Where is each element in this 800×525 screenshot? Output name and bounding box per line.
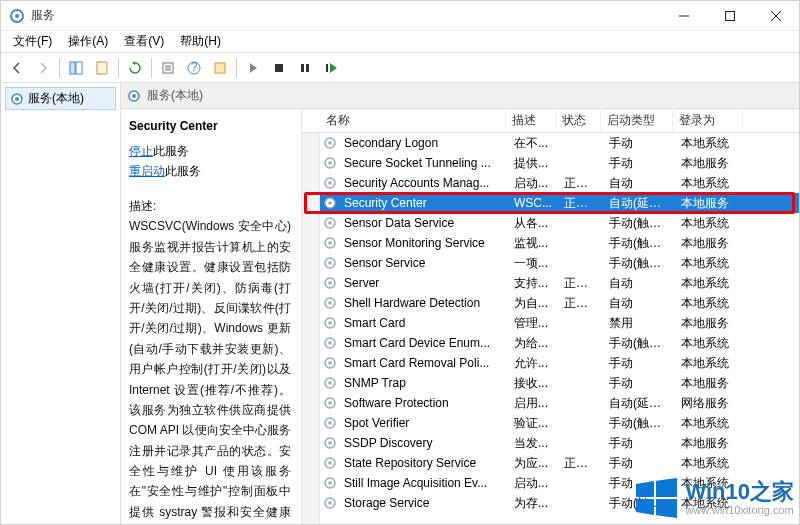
export-list-button[interactable] bbox=[90, 56, 114, 80]
svg-rect-19 bbox=[326, 64, 328, 72]
col-name[interactable]: 名称 bbox=[320, 108, 506, 133]
cell-status: 正在... bbox=[558, 275, 603, 292]
table-row[interactable]: SSDP Discovery当发...手动本地服务 bbox=[302, 433, 799, 453]
cell-name: Sensor Service bbox=[338, 256, 508, 270]
properties-button[interactable] bbox=[156, 56, 180, 80]
cell-startup: 禁用 bbox=[603, 315, 675, 332]
cell-startup: 自动 bbox=[603, 295, 675, 312]
selected-service-name: Security Center bbox=[129, 119, 291, 133]
cell-startup: 手动 bbox=[603, 435, 675, 452]
cell-desc: 监视... bbox=[508, 235, 558, 252]
cell-name: Secondary Logon bbox=[338, 136, 508, 150]
svg-rect-17 bbox=[301, 64, 304, 72]
watermark-brand: Win10之家 bbox=[685, 480, 794, 504]
svg-point-27 bbox=[328, 161, 332, 165]
table-row[interactable]: Shell Hardware Detection为自...正在...自动本地系统 bbox=[302, 293, 799, 313]
svg-point-61 bbox=[328, 501, 332, 505]
cell-startup: 手动 bbox=[603, 455, 675, 472]
gear-icon bbox=[322, 416, 338, 430]
cell-name: Security Center bbox=[338, 196, 508, 210]
stop-service-button[interactable] bbox=[267, 56, 291, 80]
menu-help[interactable]: 帮助(H) bbox=[172, 31, 229, 52]
cell-name: Shell Hardware Detection bbox=[338, 296, 508, 310]
svg-point-57 bbox=[328, 461, 332, 465]
menubar: 文件(F) 操作(A) 查看(V) 帮助(H) bbox=[1, 31, 799, 53]
cell-logon: 本地系统 bbox=[675, 355, 745, 372]
table-row[interactable]: Smart Card Device Enum...为给...手动(触发...本地… bbox=[302, 333, 799, 353]
table-row[interactable]: Security CenterWSC...正在...自动(延迟...本地服务 bbox=[302, 193, 799, 213]
maximize-button[interactable] bbox=[707, 1, 753, 31]
col-status[interactable]: 状态 bbox=[556, 108, 601, 133]
svg-point-59 bbox=[328, 481, 332, 485]
col-logon[interactable]: 登录为 bbox=[673, 108, 743, 133]
scroll-gutter[interactable] bbox=[302, 133, 320, 524]
svg-rect-6 bbox=[70, 62, 75, 74]
cell-name: Security Accounts Manag... bbox=[338, 176, 508, 190]
cell-logon: 本地服务 bbox=[675, 155, 745, 172]
cell-logon: 本地系统 bbox=[675, 135, 745, 152]
cell-desc: 允许... bbox=[508, 355, 558, 372]
gear-icon bbox=[322, 236, 338, 250]
cell-logon: 本地系统 bbox=[675, 295, 745, 312]
window-title: 服务 bbox=[31, 7, 661, 24]
restart-service-button[interactable] bbox=[319, 56, 343, 80]
table-row[interactable]: Secure Socket Tunneling ...提供...手动本地服务 bbox=[302, 153, 799, 173]
cell-logon: 本地系统 bbox=[675, 455, 745, 472]
cell-name: Server bbox=[338, 276, 508, 290]
cell-desc: 启动... bbox=[508, 175, 558, 192]
action-button[interactable] bbox=[208, 56, 232, 80]
cell-desc: 为给... bbox=[508, 335, 558, 352]
content-title: 服务(本地) bbox=[147, 87, 203, 104]
close-button[interactable] bbox=[753, 1, 799, 31]
cell-name: Still Image Acquisition Ev... bbox=[338, 476, 508, 490]
cell-logon: 本地系统 bbox=[675, 215, 745, 232]
back-button[interactable] bbox=[5, 56, 29, 80]
cell-logon: 本地系统 bbox=[675, 255, 745, 272]
table-row[interactable]: Security Accounts Manag...启动...正在...自动本地… bbox=[302, 173, 799, 193]
show-hide-tree-button[interactable] bbox=[64, 56, 88, 80]
col-startup[interactable]: 启动类型 bbox=[601, 108, 673, 133]
gear-icon bbox=[322, 136, 338, 150]
svg-text:?: ? bbox=[191, 61, 198, 74]
cell-name: Sensor Monitoring Service bbox=[338, 236, 508, 250]
table-row[interactable]: Secondary Logon在不...手动本地系统 bbox=[302, 133, 799, 153]
table-row[interactable]: Sensor Service一项...手动(触发...本地系统 bbox=[302, 253, 799, 273]
col-desc[interactable]: 描述 bbox=[506, 108, 556, 133]
stop-suffix: 此服务 bbox=[153, 144, 189, 158]
service-list: 名称 描述 状态 启动类型 登录为 Secondary Logon在不...手动… bbox=[301, 109, 799, 524]
table-row[interactable]: Server支持...正在...自动本地系统 bbox=[302, 273, 799, 293]
cell-startup: 自动 bbox=[603, 175, 675, 192]
minimize-button[interactable] bbox=[661, 1, 707, 31]
table-row[interactable]: Smart Card Removal Poli...允许...手动本地系统 bbox=[302, 353, 799, 373]
content-header: 服务(本地) bbox=[121, 83, 799, 109]
cell-name: Spot Verifier bbox=[338, 416, 508, 430]
table-row[interactable]: Sensor Monitoring Service监视...手动(触发...本地… bbox=[302, 233, 799, 253]
svg-rect-3 bbox=[726, 11, 735, 20]
menu-action[interactable]: 操作(A) bbox=[60, 31, 116, 52]
nav-services-local[interactable]: 服务(本地) bbox=[5, 87, 116, 110]
cell-desc: 启用... bbox=[508, 395, 558, 412]
refresh-button[interactable] bbox=[123, 56, 147, 80]
svg-point-43 bbox=[328, 321, 332, 325]
stop-service-link[interactable]: 停止 bbox=[129, 144, 153, 158]
table-row[interactable]: State Repository Service为应...正在...手动本地系统 bbox=[302, 453, 799, 473]
cell-status: 正在... bbox=[558, 175, 603, 192]
restart-suffix: 此服务 bbox=[165, 164, 201, 178]
forward-button[interactable] bbox=[31, 56, 55, 80]
pause-service-button[interactable] bbox=[293, 56, 317, 80]
gear-icon bbox=[322, 156, 338, 170]
restart-service-link[interactable]: 重启动 bbox=[129, 164, 165, 178]
menu-view[interactable]: 查看(V) bbox=[116, 31, 172, 52]
cell-desc: 为自... bbox=[508, 295, 558, 312]
start-service-button[interactable] bbox=[241, 56, 265, 80]
table-row[interactable]: Spot Verifier验证...手动(触发...本地系统 bbox=[302, 413, 799, 433]
menu-file[interactable]: 文件(F) bbox=[5, 31, 60, 52]
cell-desc: 为应... bbox=[508, 455, 558, 472]
help-button[interactable]: ? bbox=[182, 56, 206, 80]
table-row[interactable]: SNMP Trap接收...手动本地服务 bbox=[302, 373, 799, 393]
table-row[interactable]: Sensor Data Service从各...手动(触发...本地系统 bbox=[302, 213, 799, 233]
table-row[interactable]: Software Protection启用...自动(延迟...网络服务 bbox=[302, 393, 799, 413]
desc-text: WSCSVC(Windows 安全中心)服务监视并报告计算机上的安全健康设置。健… bbox=[129, 219, 291, 524]
svg-point-51 bbox=[328, 401, 332, 405]
table-row[interactable]: Smart Card管理...禁用本地服务 bbox=[302, 313, 799, 333]
